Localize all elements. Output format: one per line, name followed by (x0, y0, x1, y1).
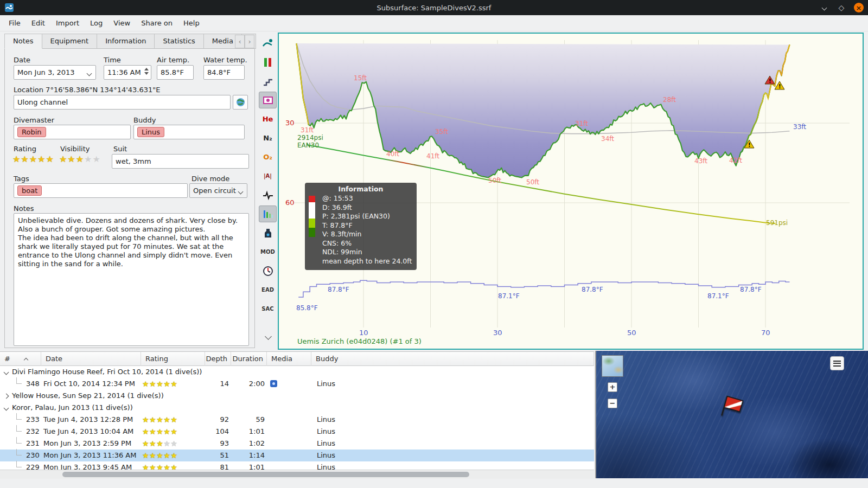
menu-import[interactable]: Import (50, 16, 85, 30)
swimmer-button[interactable] (259, 35, 277, 52)
map-zoom-out-button[interactable]: − (608, 399, 617, 408)
sac-button[interactable]: SAC (259, 300, 277, 317)
location-field[interactable]: Ulong channel (14, 95, 231, 110)
warning-icon[interactable]: ! (775, 81, 784, 89)
profile-annotation: 42ft (729, 157, 742, 164)
divemaster-field[interactable]: Robin (14, 125, 131, 139)
tab-scroll-right-button[interactable]: › (245, 35, 254, 48)
mod-button[interactable]: MOD (259, 243, 277, 260)
ead-button[interactable]: EAD (259, 281, 277, 298)
dive-row[interactable]: 231Mon Jun 3, 2013 2:59 PM★★★★★931:02Lin… (0, 438, 594, 450)
horizontal-scrollbar[interactable] (0, 470, 594, 479)
time-spin-down[interactable] (144, 72, 149, 75)
air-temp-field[interactable]: 85.8°F (157, 65, 194, 80)
menu-log[interactable]: Log (85, 16, 108, 30)
scrollbar-thumb[interactable] (62, 472, 469, 477)
chevron-down-icon (87, 71, 92, 76)
collapse-toolbar-button[interactable] (261, 331, 275, 342)
column-header-date[interactable]: Date (41, 352, 141, 366)
column-header-media[interactable]: Media (267, 352, 311, 366)
tab-notes[interactable]: Notes (4, 34, 42, 49)
menu-file[interactable]: File (3, 16, 26, 30)
water-temp-field[interactable]: 84.8°F (203, 65, 245, 80)
column-header-buddy[interactable]: Buddy (311, 352, 594, 366)
tab-scroll-left-button[interactable]: ‹ (235, 35, 245, 48)
nitrogen-graph-button[interactable]: N₂ (259, 130, 277, 146)
buddy-field[interactable]: Linus (133, 125, 245, 139)
dive-row[interactable]: 232Tue Jun 4, 2013 10:04 AM★★★★★1041:01L… (0, 426, 594, 438)
oxygen-graph-button[interactable]: O₂ (259, 149, 277, 165)
dc-time-button[interactable] (259, 262, 277, 279)
menu-share-on[interactable]: Share on (136, 16, 178, 30)
info-row: mean depth to here 24.0ft (322, 257, 413, 266)
air-pressure-graph-button[interactable]: |A| (259, 168, 277, 184)
suit-field[interactable]: wet, 3mm (112, 154, 249, 169)
column-header-[interactable]: # (0, 352, 41, 366)
star-icon[interactable]: ★ (76, 154, 84, 164)
media-icon[interactable] (270, 380, 277, 387)
helium-graph-button[interactable]: He (259, 111, 277, 127)
trip-row[interactable]: Koror, Palau, Jun 2013 (11 dive(s)) (0, 402, 594, 414)
profile-info-box: Information @: 15:53D: 36.9ftP: 2,381psi… (305, 183, 417, 270)
tissues-icon (262, 208, 274, 220)
star-icon[interactable]: ★ (46, 154, 54, 164)
date-field[interactable]: Mon Jun 3, 2013 (14, 65, 96, 80)
map-menu-button[interactable] (830, 356, 844, 370)
photos-button[interactable] (259, 92, 277, 108)
column-header-depth[interactable]: Depth (205, 352, 231, 366)
info-legend-strip (309, 196, 315, 237)
star-icon[interactable]: ★ (92, 154, 100, 164)
expand-arrow-icon[interactable] (4, 394, 9, 399)
star-icon[interactable]: ★ (12, 154, 21, 164)
dive-mode-select[interactable]: Open circuit (189, 183, 247, 198)
star-icon[interactable]: ★ (67, 154, 75, 164)
divemaster-chip[interactable]: Robin (17, 127, 46, 137)
tag-chip[interactable]: boat (17, 185, 42, 196)
menu-help[interactable]: Help (178, 16, 205, 30)
gas-bar-button[interactable] (259, 54, 277, 70)
time-spin-up[interactable] (144, 68, 149, 70)
star-icon[interactable]: ★ (37, 154, 46, 164)
collapse-arrow-icon[interactable] (4, 370, 9, 375)
dive-row[interactable]: 233Tue Jun 4, 2013 12:28 PM★★★★★9259Linu… (0, 414, 594, 426)
column-header-rating[interactable]: Rating (141, 352, 205, 366)
dive-profile-chart[interactable]: 15ft28ft31ft2914psiEAN3035ft31ft34ft40ft… (278, 33, 864, 350)
tab-statistics[interactable]: Statistics (155, 34, 203, 49)
collapse-arrow-icon[interactable] (4, 406, 9, 411)
close-button[interactable]: × (854, 3, 864, 12)
star-icon[interactable]: ★ (84, 154, 92, 164)
dive-flag-marker[interactable] (717, 393, 747, 423)
dive-date: Tue Jun 4, 2013 10:04 AM (43, 426, 133, 438)
minimize-button[interactable] (819, 3, 829, 12)
trip-row[interactable]: Divi Flamingo House Reef, Fri Oct 10, 20… (0, 366, 594, 378)
tab-information[interactable]: Information (97, 34, 155, 49)
dive-buddy: Linus (317, 450, 335, 461)
buddy-label: Buddy (133, 116, 156, 124)
dive-number: 232 (26, 426, 40, 438)
overview-mini-map[interactable] (602, 355, 623, 377)
ink-button[interactable] (259, 224, 277, 241)
star-icon[interactable]: ★ (21, 154, 29, 164)
tissues-button[interactable] (259, 206, 277, 222)
rating-stars[interactable]: ★★★★★ (12, 154, 54, 164)
column-header-duration[interactable]: Duration (231, 352, 267, 366)
time-field[interactable]: 11:36 AM (104, 65, 151, 80)
menu-view[interactable]: View (108, 16, 136, 30)
map-zoom-in-button[interactable]: + (608, 382, 617, 392)
visibility-stars[interactable]: ★★★★★ (59, 154, 101, 164)
maximize-button[interactable]: ◇ (837, 3, 846, 12)
notes-textarea[interactable]: Unbelievable dive. Dozens and dozens of … (14, 213, 249, 346)
tags-field[interactable]: boat (14, 183, 188, 198)
tab-equipment[interactable]: Equipment (42, 34, 98, 49)
dive-row[interactable]: 348Fri Oct 10, 2014 12:34 PM★★★★★142:00L… (0, 378, 594, 390)
dive-row[interactable]: 230Mon Jun 3, 2013 11:36 AM★★★★★511:14Li… (0, 450, 594, 461)
map-widget[interactable]: + − (595, 351, 868, 478)
star-icon[interactable]: ★ (29, 154, 37, 164)
buddy-chip[interactable]: Linus (137, 127, 164, 137)
star-icon[interactable]: ★ (59, 154, 67, 164)
menu-edit[interactable]: Edit (26, 16, 50, 30)
globe-button[interactable] (233, 95, 248, 110)
ceiling-steps-button[interactable] (259, 73, 277, 89)
trip-row[interactable]: Yellow House, Sun Sep 21, 2014 (1 dive(s… (0, 390, 594, 402)
heart-rate-button[interactable] (259, 187, 277, 203)
